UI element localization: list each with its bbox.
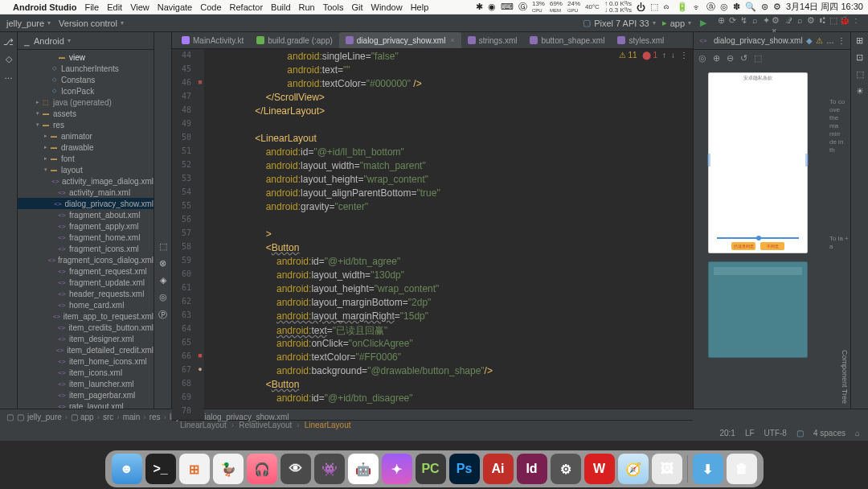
tree-item-fragment-about-xml[interactable]: fragment_about.xml: [18, 209, 154, 220]
toolbar-icon[interactable]: ⬚: [828, 15, 839, 27]
gutter-icon[interactable]: …: [4, 71, 13, 80]
breadcrumb-jelly-pure[interactable]: jelly_pure: [27, 413, 62, 421]
tree-item-java--generated-[interactable]: ▸java (generated): [18, 97, 154, 108]
tree-item-view[interactable]: view: [18, 51, 154, 63]
menubar-icon[interactable]: ⬚: [650, 2, 658, 12]
line-sep[interactable]: LF: [745, 429, 755, 438]
blueprint-preview[interactable]: [708, 261, 808, 358]
project-dropdown[interactable]: jelly_pure: [6, 18, 51, 28]
preview-toolbar[interactable]: ◎⊕⊖↺⬚: [694, 50, 850, 66]
sidebar-view-selector[interactable]: Android: [34, 36, 71, 46]
tab-styles-xml[interactable]: styles.xml: [611, 32, 670, 48]
tree-item-item-designer-xml[interactable]: item_designer.xml: [18, 333, 154, 344]
preview-tool-icon[interactable]: ⊖: [727, 53, 734, 64]
preview-tool-icon[interactable]: ◎: [698, 53, 706, 64]
dock-app[interactable]: 🖼: [652, 454, 682, 484]
status-icon[interactable]: ⌨: [501, 2, 514, 12]
gutter-icon[interactable]: ⬚: [856, 69, 864, 80]
menubar-icon[interactable]: 3月14日 周四 16:30: [786, 1, 863, 13]
toolbar-icon[interactable]: ⟳: [727, 15, 738, 27]
dock-app[interactable]: Ps: [449, 454, 480, 484]
tree-item-assets[interactable]: ▾assets: [18, 108, 154, 119]
dock-app[interactable]: 👾: [314, 454, 345, 484]
menubar-icon[interactable]: ᯅ: [663, 2, 672, 12]
tree-item-item-pagerbar-xml[interactable]: item_pagerbar.xml: [18, 389, 154, 401]
tree-item-dialog-privacy-show-xml[interactable]: dialog_privacy_show.xml: [18, 198, 154, 209]
tree-item-font[interactable]: ▸font: [18, 153, 154, 164]
menubar-icon[interactable]: ⏻: [637, 2, 645, 12]
device-selector[interactable]: ▢ Pixel 7 API 33: [583, 18, 656, 28]
close-icon[interactable]: ×: [450, 36, 454, 44]
tree-item-fragment-icons-xml[interactable]: fragment_icons.xml: [18, 243, 154, 254]
menubar-icon[interactable]: ⓐ: [706, 1, 715, 13]
toolbar-icon[interactable]: ⚙: [805, 15, 817, 27]
tree-item-launcherintents[interactable]: LauncherIntents: [18, 63, 154, 74]
tree-item-drawable[interactable]: ▸drawable: [18, 142, 154, 153]
gutter-icon[interactable]: ⊞: [856, 35, 863, 46]
dock-app[interactable]: 🦆: [213, 454, 244, 484]
tree-item-layout[interactable]: ▾layout: [18, 164, 154, 175]
preview-tool-icon[interactable]: ⊕: [713, 53, 720, 64]
menubar-icon[interactable]: ⊜: [761, 2, 768, 12]
tree-item-animator[interactable]: ▸animator: [18, 130, 154, 142]
menubar-icon[interactable]: ✽: [733, 2, 740, 12]
toolbar-icon[interactable]: 𝒬: [783, 15, 794, 27]
tree-item-item-home-icons-xml[interactable]: item_home_icons.xml: [18, 355, 154, 367]
tab-mainactivity-kt[interactable]: MainActivity.kt: [175, 32, 250, 48]
dock-app[interactable]: Id: [517, 454, 547, 484]
nav-icon[interactable]: ▢: [17, 413, 24, 421]
tree-item-res[interactable]: ▾res: [18, 119, 154, 130]
tab-dialog-privacy-show-xml[interactable]: dialog_privacy_show.xml×: [339, 32, 461, 48]
menu-run[interactable]: Run: [299, 2, 315, 12]
encoding[interactable]: UTF-8: [764, 429, 787, 438]
tree-item-constans[interactable]: Constans: [18, 74, 154, 85]
menubar-icon[interactable]: ᯤ: [693, 2, 702, 12]
dock-app[interactable]: ⚙: [551, 454, 581, 484]
tree-item-item-detailed-credit-xml[interactable]: item_detailed_credit.xml: [18, 344, 154, 355]
tree-item-iconpack[interactable]: IconPack: [18, 85, 154, 97]
gutter-icon[interactable]: ☀: [856, 86, 864, 97]
nav-icon[interactable]: ▢: [6, 413, 14, 421]
layout-preview-device[interactable]: 安卓隐私条款 已读且同意 不同意: [708, 72, 808, 253]
run-config-selector[interactable]: ▸ app: [662, 18, 691, 28]
gutter-icon[interactable]: ⊗: [159, 258, 166, 269]
tree-item-fragment-request-xml[interactable]: fragment_request.xml: [18, 265, 154, 277]
breadcrumb-main[interactable]: main: [123, 413, 141, 421]
gutter-icon[interactable]: ⊡: [856, 52, 863, 63]
dock-app[interactable]: 🎧: [247, 454, 277, 484]
dock-app[interactable]: ☻: [112, 454, 142, 484]
toolbar-icon[interactable]: ⑆: [817, 14, 828, 26]
collapse-icon[interactable]: ⎯: [24, 36, 34, 46]
toolbar-icon[interactable]: ⊕: [715, 15, 727, 27]
gutter-icon[interactable]: ◎: [159, 292, 167, 302]
breadcrumb-app[interactable]: ▢ app: [71, 413, 93, 421]
lock-icon[interactable]: ⌂: [855, 429, 860, 438]
tree-item-fragment-icons-dialog-xml[interactable]: fragment_icons_dialog.xml: [18, 254, 154, 265]
dock-app[interactable]: ✦: [382, 454, 412, 484]
dock-app[interactable]: ⬇: [693, 454, 723, 484]
menubar-icon[interactable]: ◎: [720, 2, 728, 12]
dock-app[interactable]: PC: [416, 454, 446, 484]
status-icon[interactable]: ✱: [476, 2, 483, 12]
indent[interactable]: 4 spaces: [813, 429, 845, 438]
menu-edit[interactable]: Edit: [107, 2, 122, 12]
toolbar-icon[interactable]: ↯: [738, 15, 749, 27]
tree-item-activity-main-xml[interactable]: activity_main.xml: [18, 187, 154, 198]
tab-strings-xml[interactable]: strings.xml: [461, 32, 524, 48]
tree-item-fragment-home-xml[interactable]: fragment_home.xml: [18, 232, 154, 243]
gutter-icon[interactable]: ◇: [6, 54, 12, 64]
warning-icon[interactable]: ⚠: [816, 36, 823, 45]
tree-item-header-requests-xml[interactable]: header_requests.xml: [18, 288, 154, 299]
dock-app[interactable]: W: [584, 454, 615, 484]
gutter-icon[interactable]: Ⓟ: [158, 309, 167, 321]
menubar-icon[interactable]: 🔋: [677, 2, 688, 12]
menu-tools[interactable]: Tools: [323, 2, 344, 12]
menu-code[interactable]: Code: [200, 2, 221, 12]
dock-app[interactable]: 👁: [280, 454, 311, 484]
tree-item-fragment-update-xml[interactable]: fragment_update.xml: [18, 277, 154, 288]
tree-item-item-icons-xml[interactable]: item_icons.xml: [18, 367, 154, 378]
tree-item-activity-image-dialog-xml[interactable]: activity_image_dialog.xml: [18, 175, 154, 187]
dock-app[interactable]: ⊞: [179, 454, 210, 484]
preview-tool-icon[interactable]: ↺: [740, 53, 747, 64]
menubar-icon[interactable]: 🔍: [745, 2, 756, 12]
